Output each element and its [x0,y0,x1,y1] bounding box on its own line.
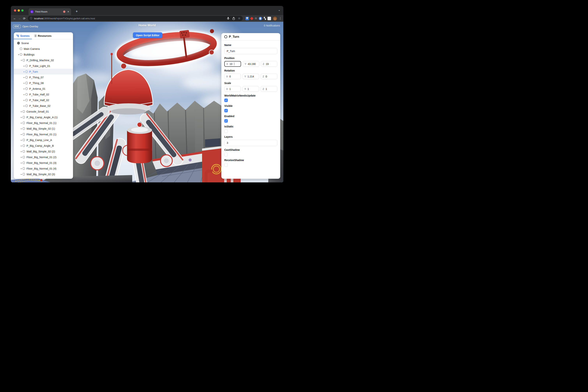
caret-right-icon[interactable]: ▸ [20,128,22,130]
tab-resources-label: Resources [38,34,52,37]
address-bar[interactable]: ⓘ localhost:3000/world/!vjrzmTVOcyIsLgaA… [28,16,243,21]
tree-item-floor-big-normal-01-3-[interactable]: ▸Floor_Big_Normal_01 (3) [14,160,73,166]
tree-item-p-tube-half-02[interactable]: ▸P_Tube_Half_02 [14,92,73,97]
browser-menu-icon[interactable]: ⋮ [279,17,282,20]
caret-right-icon[interactable]: ▸ [20,122,22,124]
tree-item-wall-big-simple-02-2-[interactable]: ▸Wall_Big_Simple_02 (2) [14,148,73,154]
caret-down-icon[interactable]: ▾ [20,60,22,61]
viewport-3d[interactable]: ESC Open Overlay Home World 0 Notificati… [11,22,283,182]
tree-item-p-tube-half-02[interactable]: ▸P_Tube_Half_02 [14,97,73,103]
share-icon[interactable] [232,17,235,20]
tree-item-floor-big-normal-01-2-[interactable]: ▸Floor_Big_Normal_01 (2) [14,154,73,160]
tree-item-buildings[interactable]: ▾Buildings [14,52,73,57]
tree-item-console-small-01[interactable]: ▸Console_Small_01 [14,109,73,114]
tree-item-p-tube-base-02[interactable]: ▸P_Tube_Base_02 [14,103,73,109]
caret-right-icon[interactable]: ▸ [20,168,22,170]
notifications-status[interactable]: 0 Notifications [264,24,280,27]
name-input[interactable]: P_Turn [224,48,277,54]
forward-button[interactable]: → [17,16,22,21]
recycle-extension-icon[interactable]: ♻ [255,17,257,20]
tree-item-p-big-camp-angle-a-1-[interactable]: ▸P_Big_Camp_Angle_A (1) [14,114,73,120]
visible-checkbox[interactable]: ✓ [224,109,228,112]
rotation-x-input[interactable]: X0 [224,74,241,79]
position-row: X10Y43.190Z19 [224,61,277,67]
enabled-checkbox[interactable]: ✓ [224,119,228,123]
tab-scenes[interactable]: Scenes [16,32,30,39]
position-x-input[interactable]: X10 [224,61,241,67]
node-icon [22,122,25,124]
tab-close-icon[interactable]: ✕ [67,10,69,13]
window-minimize-button[interactable] [18,10,20,12]
caret-right-icon[interactable]: ▸ [20,111,22,112]
scale-z-input[interactable]: Z1 [261,86,277,92]
isstatic-checkbox[interactable] [224,130,228,133]
scale-x-input[interactable]: X1 [224,86,241,92]
caret-right-icon[interactable]: ▸ [20,150,22,152]
tree-item-floor-big-normal-01-1-[interactable]: ▸Floor_Big_Normal_01 (1) [14,132,73,137]
axis-value: 1 [266,88,267,90]
tree-item-p-antena-01[interactable]: ▸P_Antena_01 [14,86,73,92]
tree-item-p-drilling-machine-02[interactable]: ▾P_Drilling_Machine_02 [14,57,73,63]
bookmark-star-icon[interactable]: ☆ [238,17,240,20]
caret-right-icon[interactable]: ▸ [23,65,25,67]
position-z-input[interactable]: Z19 [261,61,277,67]
caret-right-icon[interactable]: ▸ [23,82,25,84]
microphone-icon[interactable] [227,17,230,20]
caret-right-icon[interactable]: ▸ [20,156,22,158]
caret-right-icon[interactable]: ▸ [20,162,22,164]
castshadow-checkbox[interactable] [224,153,228,156]
tree-item-floor-big-normal-01-1-[interactable]: ▸Floor_Big_Normal_01 (1) [14,120,73,126]
window-zoom-button[interactable] [21,10,24,12]
tree-item-main-camera[interactable]: ▸Main Camera [14,46,73,52]
tree-item-p-big-camp-line-a[interactable]: ▸P_Big_Camp_Line_A [14,137,73,143]
tree-item-p-tube-light-01[interactable]: ▸P_Tube_Light_01 [14,63,73,69]
receiveshadow-checkbox[interactable] [224,163,228,166]
reload-button[interactable]: ⟳ [22,16,27,21]
caret-down-icon[interactable]: ▾ [17,54,20,56]
tree-item-scene[interactable]: ▸Scene [14,40,73,46]
caret-right-icon[interactable]: ▸ [23,105,25,107]
tab-search-chevron-icon[interactable]: ⌄ [278,8,280,12]
window-close-button[interactable] [14,10,16,12]
tree-item-wall-big-simple-02-3-[interactable]: ▸Wall_Big_Simple_02 (3) [14,171,73,177]
tree-item-p-thing-07[interactable]: ▸P_Thing_07 [14,74,73,80]
worldmatrixneedsupdate-checkbox[interactable]: ✓ [224,98,228,102]
tree-item-p-turn[interactable]: ▸P_Turn [14,69,73,74]
inspector-panel: P_Turn Name P_Turn PositionX10Y43.190Z19… [221,33,280,179]
tab-resources[interactable]: Resources [34,32,52,39]
doc-extension-icon[interactable] [259,17,262,20]
scale-y-input[interactable]: Y1 [242,86,259,92]
red-extension-icon[interactable] [250,17,253,20]
position-y-input[interactable]: Y43.190 [243,61,259,67]
caret-right-icon[interactable]: ▸ [23,76,25,78]
tree-item-label: P_Big_Camp_Line_A [26,139,52,142]
tree-item-p-big-camp-angle-b[interactable]: ▸P_Big_Camp_Angle_B [14,143,73,148]
rotation-z-input[interactable]: Z0 [261,74,277,79]
site-info-icon[interactable]: ⓘ [30,17,32,20]
rotation-y-input[interactable]: Y1.214 [242,74,259,79]
tree-item-label: Floor_Big_Normal_01 (1) [26,122,56,124]
bitwarden-extension-icon[interactable] [246,17,249,20]
caret-right-icon[interactable]: ▸ [23,99,25,101]
extensions-puzzle-icon[interactable]: ▚ [264,17,266,20]
caret-right-icon[interactable]: ▸ [20,139,22,141]
new-tab-button[interactable]: + [74,9,79,14]
caret-right-icon[interactable]: ▸ [23,88,25,90]
layers-input[interactable]: 3 [224,140,277,146]
tree-item-wall-big-simple-02-1-[interactable]: ▸Wall_Big_Simple_02 (1) [14,126,73,132]
caret-right-icon[interactable]: ▸ [20,174,22,175]
caret-right-icon[interactable]: ▸ [20,134,22,135]
caret-right-icon[interactable]: ▸ [23,94,25,96]
tree-item-p-thing-08[interactable]: ▸P_Thing_08 [14,80,73,86]
sidebar-toggle-icon[interactable] [268,17,271,20]
open-script-editor-button[interactable]: Open Script Editor [133,32,162,38]
tree-item-label: P_Thing_08 [29,82,44,84]
tree-item-label: P_Thing_07 [29,76,44,79]
caret-right-icon[interactable]: ▸ [20,116,22,118]
tree-item-floor-big-normal-01-4-[interactable]: ▸Floor_Big_Normal_01 (4) [14,166,73,171]
browser-tab[interactable]: ∞ Third Room ✕ [28,8,71,15]
profile-avatar[interactable] [273,16,277,21]
caret-right-icon[interactable]: ▸ [20,145,22,147]
back-button[interactable]: ← [12,16,17,21]
caret-right-icon[interactable]: ▸ [23,71,25,73]
